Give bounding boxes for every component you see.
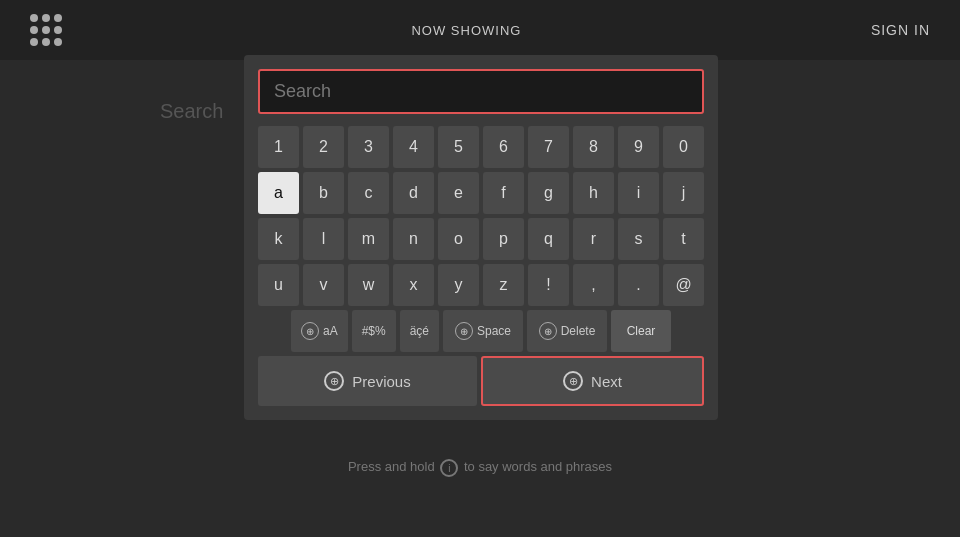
key-y[interactable]: y bbox=[438, 264, 479, 306]
key-1[interactable]: 1 bbox=[258, 126, 299, 168]
key-b[interactable]: b bbox=[303, 172, 344, 214]
row-aj: a b c d e f g h i j bbox=[258, 172, 704, 214]
key-c[interactable]: c bbox=[348, 172, 389, 214]
key-f[interactable]: f bbox=[483, 172, 524, 214]
previous-button[interactable]: ⊕ Previous bbox=[258, 356, 477, 406]
delete-key[interactable]: ⊕ Delete bbox=[527, 310, 607, 352]
key-w[interactable]: w bbox=[348, 264, 389, 306]
row-u-at: u v w x y z ! , . @ bbox=[258, 264, 704, 306]
key-3[interactable]: 3 bbox=[348, 126, 389, 168]
caps-key[interactable]: ⊕ aA bbox=[291, 310, 348, 352]
key-g[interactable]: g bbox=[528, 172, 569, 214]
space-key[interactable]: ⊕ Space bbox=[443, 310, 523, 352]
key-7[interactable]: 7 bbox=[528, 126, 569, 168]
key-x[interactable]: x bbox=[393, 264, 434, 306]
key-h[interactable]: h bbox=[573, 172, 614, 214]
key-4[interactable]: 4 bbox=[393, 126, 434, 168]
key-d[interactable]: d bbox=[393, 172, 434, 214]
key-v[interactable]: v bbox=[303, 264, 344, 306]
key-6[interactable]: 6 bbox=[483, 126, 524, 168]
mic-icon: i bbox=[440, 459, 458, 477]
key-s[interactable]: s bbox=[618, 218, 659, 260]
key-j[interactable]: j bbox=[663, 172, 704, 214]
symbols-key[interactable]: #$% bbox=[352, 310, 396, 352]
key-8[interactable]: 8 bbox=[573, 126, 614, 168]
keyboard-panel: 1 2 3 4 5 6 7 8 9 0 a b c d e f g h i j … bbox=[244, 55, 718, 420]
key-i[interactable]: i bbox=[618, 172, 659, 214]
footer-hint: Press and hold i to say words and phrase… bbox=[0, 459, 960, 477]
accent-key[interactable]: äçé bbox=[400, 310, 439, 352]
key-z[interactable]: z bbox=[483, 264, 524, 306]
row-kt: k l m n o p q r s t bbox=[258, 218, 704, 260]
search-input[interactable] bbox=[274, 81, 688, 102]
key-u[interactable]: u bbox=[258, 264, 299, 306]
clear-key[interactable]: Clear bbox=[611, 310, 671, 352]
key-e[interactable]: e bbox=[438, 172, 479, 214]
key-a[interactable]: a bbox=[258, 172, 299, 214]
now-showing-label: NOW SHOWING bbox=[411, 23, 521, 38]
previous-icon: ⊕ bbox=[324, 371, 344, 391]
key-9[interactable]: 9 bbox=[618, 126, 659, 168]
numbers-row: 1 2 3 4 5 6 7 8 9 0 bbox=[258, 126, 704, 168]
key-2[interactable]: 2 bbox=[303, 126, 344, 168]
search-input-wrapper[interactable] bbox=[258, 69, 704, 114]
next-button[interactable]: ⊕ Next bbox=[481, 356, 704, 406]
nav-row: ⊕ Previous ⊕ Next bbox=[258, 356, 704, 406]
sign-in-button[interactable]: SIGN IN bbox=[871, 22, 930, 38]
key-period[interactable]: . bbox=[618, 264, 659, 306]
key-k[interactable]: k bbox=[258, 218, 299, 260]
key-o[interactable]: o bbox=[438, 218, 479, 260]
special-keys-row: ⊕ aA #$% äçé ⊕ Space ⊕ Delete Clear bbox=[258, 310, 704, 352]
top-bar: NOW SHOWING SIGN IN bbox=[0, 0, 960, 60]
key-r[interactable]: r bbox=[573, 218, 614, 260]
key-at[interactable]: @ bbox=[663, 264, 704, 306]
next-icon: ⊕ bbox=[563, 371, 583, 391]
key-exclaim[interactable]: ! bbox=[528, 264, 569, 306]
key-n[interactable]: n bbox=[393, 218, 434, 260]
key-t[interactable]: t bbox=[663, 218, 704, 260]
key-comma[interactable]: , bbox=[573, 264, 614, 306]
key-5[interactable]: 5 bbox=[438, 126, 479, 168]
key-m[interactable]: m bbox=[348, 218, 389, 260]
key-0[interactable]: 0 bbox=[663, 126, 704, 168]
bg-search-label: Search bbox=[160, 100, 223, 123]
key-l[interactable]: l bbox=[303, 218, 344, 260]
dots-icon bbox=[30, 14, 62, 46]
key-q[interactable]: q bbox=[528, 218, 569, 260]
key-p[interactable]: p bbox=[483, 218, 524, 260]
